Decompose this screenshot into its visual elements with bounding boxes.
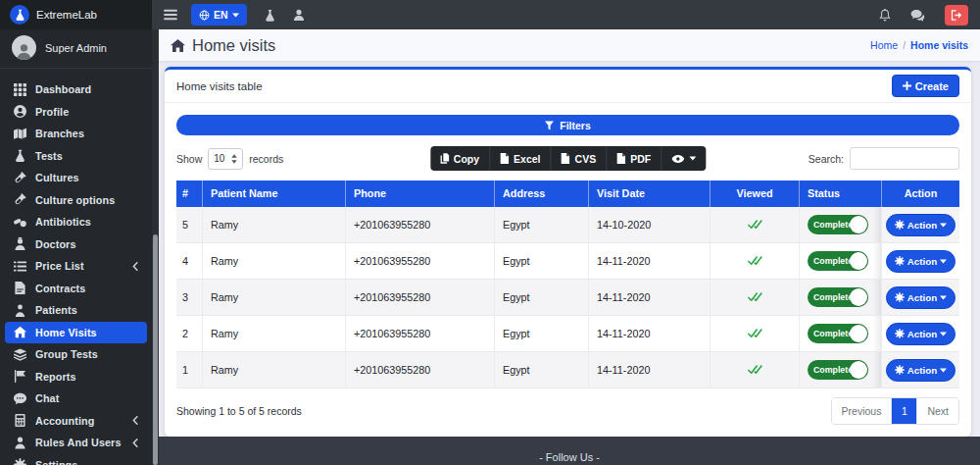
breadcrumb-home-link[interactable]: Home [870,39,898,51]
sidebar-item-home-visits[interactable]: Home Visits [5,322,147,344]
sidebar-item-accounting[interactable]: Accounting [5,410,147,433]
card-header: Home visits table Create [165,70,971,103]
sidebar-scrollbar-thumb[interactable] [153,234,158,465]
cell-status: Completed [800,207,882,242]
notifications-bell-icon[interactable] [879,8,891,22]
vial-icon [14,172,26,184]
row-action-button[interactable]: Action [886,359,956,382]
cell-status: Completed [800,316,882,351]
grid-icon [14,83,26,96]
sidebar-item-chat[interactable]: Chat [5,388,147,410]
sidebar-item-antibiotics[interactable]: Antibiotics [5,211,147,233]
sidebar-item-branches[interactable]: Branches [5,123,147,145]
action-label: Action [907,365,937,376]
calculator-icon [14,414,26,427]
action-label: Action [907,292,937,303]
gear-icon [895,365,905,375]
row-action-button[interactable]: Action [886,214,956,236]
search-input[interactable] [850,147,959,170]
page-size-select[interactable]: 10 [208,148,243,170]
pagination-page-1[interactable]: 1 [892,398,917,424]
status-toggle[interactable]: Completed [808,360,868,380]
export-cvs-button[interactable]: CVS [552,146,608,171]
menu-toggle-icon[interactable] [164,9,177,21]
contract-icon [14,282,26,294]
profile-shortcut-icon[interactable] [293,9,305,21]
filter-icon [545,121,554,130]
patient-icon [14,304,26,317]
column-header-action[interactable]: Action [882,181,959,207]
column-header-#[interactable]: # [176,181,203,207]
user-box[interactable]: Super Admin [0,29,152,69]
sidebar-item-patients[interactable]: Patients [5,299,147,322]
sidebar-item-group-tests[interactable]: Group Tests [5,343,147,366]
check-double-icon [748,220,762,230]
breadcrumb-separator: / [903,39,906,51]
row-action-button[interactable]: Action [886,323,956,345]
sidebar-item-rules-and-users[interactable]: Rules And Users [5,432,147,454]
breadcrumb-current[interactable]: Home visits [910,39,968,51]
sidebar-item-reports[interactable]: Reports [5,366,147,388]
sidebar-item-price-list[interactable]: Price List [5,255,147,278]
cell-status: Completed [800,243,882,279]
vial-icon [14,193,26,206]
row-action-button[interactable]: Action [886,250,956,273]
export-pdf-button[interactable]: PDF [607,146,662,171]
cell-phone: +201063955280 [346,316,495,351]
cell-id: 2 [176,316,203,351]
export-copy-button[interactable]: Copy [430,146,490,171]
cell-phone: +201063955280 [346,207,495,242]
sort-arrows-icon [231,154,237,164]
cell-patient-name: Ramy [203,207,346,242]
sidebar-scrollbar[interactable] [152,29,159,465]
lab-tests-icon[interactable] [265,9,275,22]
sidebar-item-contracts[interactable]: Contracts [5,278,147,300]
create-button[interactable]: Create [892,75,959,97]
sidebar-item-tests[interactable]: Tests [5,145,147,168]
cell-address: Egypt [495,207,589,242]
sidebar-item-settings[interactable]: Settings [5,454,147,465]
column-header-status[interactable]: Status [800,181,882,207]
pagination-next[interactable]: Next [917,398,958,424]
column-visibility-button[interactable] [662,146,706,171]
gear-icon [895,256,905,266]
check-double-icon [748,256,762,266]
sidebar-item-profile[interactable]: Profile [5,101,147,124]
cell-visit-date: 14-11-2020 [589,352,710,388]
cell-address: Egypt [495,243,589,279]
status-toggle[interactable]: Completed [808,324,868,343]
sidebar-item-label: Group Tests [35,348,98,360]
caret-down-icon [689,156,696,161]
sidebar-item-cultures[interactable]: Cultures [5,167,147,189]
plus-icon [903,81,911,90]
search-control: Search: [808,147,959,170]
sidebar-item-culture-options[interactable]: Culture options [5,189,147,212]
export-label: Excel [514,153,540,165]
export-excel-button[interactable]: Excel [490,146,551,171]
cell-viewed [710,207,800,242]
home-icon [14,326,26,338]
column-header-phone[interactable]: Phone [346,181,495,207]
table-row: 5Ramy+201063955280Egypt14-10-2020Complet… [176,207,959,243]
column-header-address[interactable]: Address [495,181,589,207]
row-action-button[interactable]: Action [886,286,956,309]
check-double-icon [748,365,762,375]
logout-button[interactable] [945,5,968,26]
column-header-visit-date[interactable]: Visit Date [589,181,710,207]
status-toggle[interactable]: Completed [808,215,868,234]
file-icon [616,153,625,164]
pagination-previous[interactable]: Previous [832,398,893,424]
table-row: 2Ramy+201063955280Egypt14-11-2020Complet… [176,316,959,352]
column-header-viewed[interactable]: Viewed [710,181,800,207]
language-dropdown[interactable]: EN [191,4,247,26]
sidebar-item-dashboard[interactable]: Dashboard [5,78,147,101]
sidebar-item-doctors[interactable]: Doctors [5,233,147,256]
column-header-patient-name[interactable]: Patient Name [203,181,346,207]
flag-icon [14,370,26,383]
filters-button[interactable]: Filters [176,115,959,135]
status-toggle[interactable]: Completed [808,287,868,307]
status-toggle[interactable]: Completed [808,251,868,271]
messages-icon[interactable] [910,9,925,22]
brand[interactable]: ExtremeLab [0,0,152,29]
cell-patient-name: Ramy [203,280,346,315]
